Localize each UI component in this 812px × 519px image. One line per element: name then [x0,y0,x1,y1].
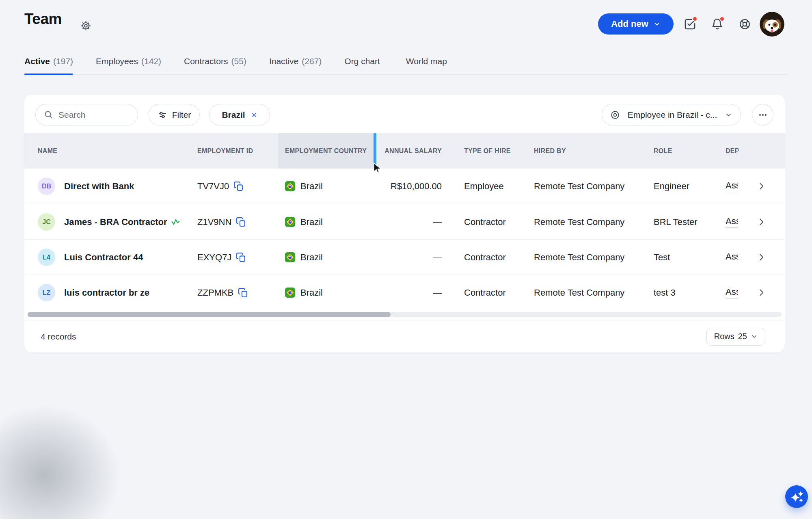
saved-view-dropdown[interactable]: Employee in Brazil - c... [602,104,741,125]
assign-department-link[interactable]: Assign [726,180,738,192]
column-header-annual-salary[interactable]: ANNUAL SALARY [361,133,442,169]
employment-id-cell: ZZPMKB [197,275,248,310]
filter-chip-brazil[interactable]: Brazil [209,104,270,125]
table-header: NAME EMPLOYMENT ID EMPLOYMENT COUNTRY AN… [24,133,785,169]
type-of-hire-cell: Contractor [464,204,506,240]
open-row-button[interactable] [738,240,785,275]
search-field[interactable] [35,104,138,125]
rows-per-page-button[interactable]: Rows 25 [706,328,765,346]
employee-name: James - BRA Contractor [64,204,180,240]
hired-by-cell: Remote Test Company [534,240,624,275]
horizontal-scrollbar-track[interactable] [28,312,782,317]
assign-department-link[interactable]: Assign [726,287,738,298]
employee-name: Luis Contractor 44 [64,240,143,275]
hired-by-cell: Remote Test Company [534,204,624,240]
search-input[interactable] [58,110,119,120]
employment-country-cell: Brazil [285,275,323,310]
ai-assistant-button[interactable] [785,485,808,508]
page-title: Team [24,11,62,28]
hired-by-cell: Remote Test Company [534,275,624,310]
verified-pulse-icon [171,219,180,225]
filter-button[interactable]: Filter [149,104,200,125]
table-footer: 4 records Rows 25 [24,320,785,352]
chevron-down-icon [653,20,661,28]
team-settings-button[interactable] [80,19,92,32]
column-header-type-of-hire[interactable]: TYPE OF HIRE [464,133,511,169]
remove-filter-icon[interactable] [251,112,257,118]
avatar: JC [38,213,55,231]
add-new-button[interactable]: Add new [598,13,674,35]
open-row-button[interactable] [738,204,785,240]
table-row[interactable]: DB Direct with Bank TV7VJ0 [24,169,785,204]
chevron-right-icon [756,217,767,227]
column-resize-indicator[interactable] [374,133,376,169]
employment-country-cell: Brazil [285,240,323,275]
department-cell: Assign [726,275,738,310]
column-header-hired-by[interactable]: HIRED BY [534,133,566,169]
tab-world-map[interactable]: World map [406,48,450,74]
open-row-button[interactable] [738,275,785,310]
tab-org-chart[interactable]: Org chart [344,48,383,74]
avatar: DB [38,177,55,195]
assign-department-link[interactable]: Assign [726,251,738,263]
column-header-department[interactable]: DEPARTMENT [726,133,739,169]
role-cell: Engineer [654,169,689,204]
copy-id-button[interactable] [236,217,246,227]
employment-id-cell: TV7VJ0 [197,169,244,204]
hired-by-cell: Remote Test Company [534,169,624,204]
copy-id-button[interactable] [238,288,248,298]
horizontal-scrollbar-thumb[interactable] [28,312,391,317]
role-cell: BRL Tester [654,204,698,240]
copy-id-button[interactable] [236,252,246,262]
tab-active[interactable]: Active (197) [24,48,73,74]
annual-salary-cell: R$10,000.00 [361,169,442,204]
filter-icon [158,110,167,120]
annual-salary-cell: — [361,275,442,310]
copy-icon [236,252,246,262]
notification-dot [719,16,725,22]
table-row[interactable]: JC James - BRA Contractor Z1V9NN [24,204,785,239]
chevron-down-icon [725,111,732,119]
employment-id-cell: Z1V9NN [197,204,246,240]
open-row-button[interactable] [738,169,785,204]
column-header-employment-id[interactable]: EMPLOYMENT ID [197,133,253,169]
employment-id-cell: EXYQ7J [197,240,246,275]
background-shadow [0,378,150,519]
department-cell: Assign [726,240,738,275]
copy-icon [233,181,244,191]
role-cell: test 3 [654,275,676,310]
more-options-button[interactable] [752,104,773,125]
copy-id-button[interactable] [233,181,244,191]
dog-avatar-image [760,12,784,37]
column-header-employment-country[interactable]: EMPLOYMENT COUNTRY [285,133,367,169]
search-icon [44,110,53,119]
department-cell: Assign [726,204,738,240]
tab-contractors[interactable]: Contractors (55) [184,48,246,74]
employee-name: Direct with Bank [64,169,134,204]
notification-dot [692,16,698,22]
role-cell: Test [654,240,670,275]
employee-name: luis contractor br ze [64,275,149,310]
view-target-icon [610,110,620,120]
brazil-flag-icon [285,217,295,227]
sparkles-icon [785,485,808,508]
chevron-right-icon [756,252,767,262]
user-avatar[interactable] [760,12,784,37]
table-body: DB Direct with Bank TV7VJ0 [24,169,785,310]
employment-country-cell: Brazil [285,204,323,240]
table-row[interactable]: LZ luis contractor br ze ZZPMKB [24,275,785,310]
notifications-button[interactable] [709,16,725,32]
chevron-down-icon [751,333,758,340]
tab-employees[interactable]: Employees (142) [96,48,161,74]
tab-inactive[interactable]: Inactive (267) [269,48,322,74]
team-table-card: Filter Brazil Employee in Brazil - c... … [24,95,785,352]
help-button[interactable] [736,16,753,32]
brazil-flag-icon [285,288,295,298]
annual-salary-cell: — [361,240,442,275]
column-header-name[interactable]: NAME [38,133,57,169]
column-header-role[interactable]: ROLE [654,133,672,169]
tasks-button[interactable] [682,16,698,32]
assign-department-link[interactable]: Assign [726,216,738,228]
chevron-right-icon [756,181,767,191]
table-row[interactable]: L4 Luis Contractor 44 EXYQ7J [24,239,785,275]
